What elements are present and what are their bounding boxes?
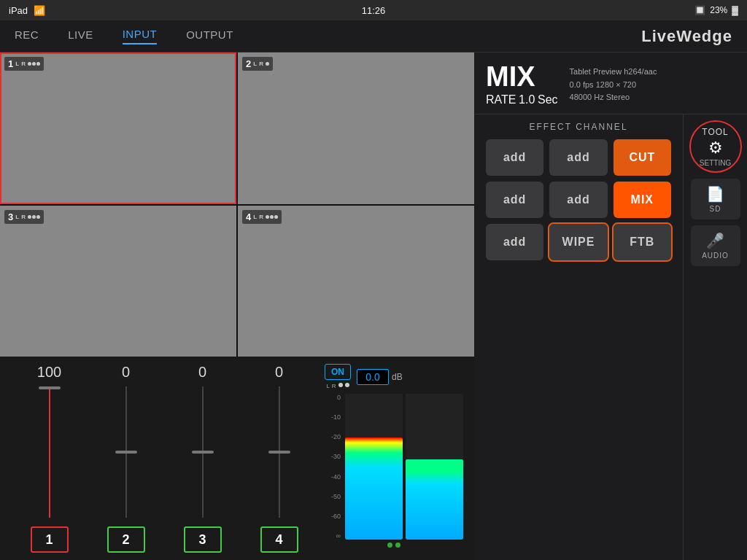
video-num-4: 4 [246,211,251,222]
mix-tech-info: Tablet Preview h264/aac 0.0 fps 1280 × 7… [570,66,657,104]
effect-btn-mix[interactable]: MIX [614,182,671,218]
tech-line3: 48000 Hz Stereo [570,91,657,104]
fader-track-2[interactable] [125,386,127,518]
fader-num-label-3: 3 [198,532,206,548]
fader-num-label-1: 1 [45,532,53,548]
mix-label-block: MIX RATE 1.0 Sec [486,63,558,106]
effect-btn-wipe[interactable]: WIPE [549,224,607,260]
on-button-area: ON L R [325,364,351,389]
battery-icon: ▓ [732,5,738,15]
effect-btn-add-3[interactable]: add [486,182,543,218]
video-cell-1[interactable]: 1 L R [0,52,236,204]
video-label-2: 2 L R [242,57,273,71]
effect-btn-add-2[interactable]: add [549,139,607,176]
effect-btn-ftb[interactable]: FTB [614,224,671,260]
setting-label: SETTING [700,159,731,167]
right-main: EFFECT CHANNEL add add CUT add add MIX a… [474,114,747,560]
fader-handle-2[interactable] [115,451,137,454]
db-value: 0.0 [357,369,389,385]
meter-dot-green-1 [387,542,392,548]
on-button[interactable]: ON [325,364,351,380]
fader-channel-4: 0 4 [241,364,317,553]
status-right: 🔲 23% ▓ [694,5,738,15]
sd-icon: 📄 [706,185,724,203]
tab-input[interactable]: INPUT [123,28,158,44]
status-time: 11:26 [362,5,386,16]
fader-channel-2: 0 2 [88,364,164,553]
video-cell-2[interactable]: 2 L R [238,52,474,204]
audio-button[interactable]: 🎤 AUDIO [691,225,740,266]
tech-line2: 0.0 fps 1280 × 720 [570,79,657,92]
lr-meter-labels: L R [326,383,349,389]
lr-dots-3 [28,215,40,219]
meter-bars-area: 0 -10 -20 -30 -40 -50 -60 ∞ [325,394,463,540]
meter-bar-2 [406,394,463,540]
effect-btn-add-4[interactable]: add [549,182,607,218]
sd-button[interactable]: 📄 SD [691,179,740,219]
mix-rate: RATE 1.0 Sec [486,93,558,106]
video-num-1: 1 [8,58,13,69]
lr-dot-l [338,383,343,387]
audio-meter-section: ON L R 0.0 dB [325,364,463,551]
effect-btn-add-5[interactable]: add [486,224,543,260]
fader-channel-3: 0 3 [164,364,241,553]
fader-value-2: 0 [122,364,130,381]
fader-track-4[interactable] [279,386,280,518]
bluetooth-icon: 🔲 [694,5,705,15]
left-panel: 1 L R 2 L R [0,52,474,560]
video-cell-3[interactable]: 3 L R [0,206,236,357]
meter-dot-green-2 [395,542,400,548]
tab-output[interactable]: OUTPUT [186,28,233,44]
fader-number-box-4[interactable]: 4 [260,526,298,553]
mix-title: MIX [486,63,558,90]
fader-track-1[interactable] [49,386,50,518]
fader-handle-4[interactable] [268,451,290,454]
video-label-1: 1 L R [4,57,44,71]
meter-fill-2 [406,459,463,540]
tech-line1: Tablet Preview h264/aac [570,66,657,79]
status-left: iPad 📶 [9,5,45,16]
gear-icon: ⚙ [708,139,723,158]
tool-setting-button[interactable]: TOOL ⚙ SETTING [689,120,742,173]
fader-handle-1[interactable] [39,386,61,389]
effect-title: EFFECT CHANNEL [486,122,671,132]
effect-btn-cut[interactable]: CUT [614,139,671,176]
video-num-2: 2 [246,58,251,69]
fader-channel-1: 100 1 [11,364,88,553]
main-content: 1 L R 2 L R [0,52,747,560]
effect-column: EFFECT CHANNEL add add CUT add add MIX a… [474,114,683,560]
rate-value: 1.0 [519,93,535,106]
video-label-3: 3 L R [4,210,44,224]
video-cell-4[interactable]: 4 L R [238,206,474,357]
db-unit: dB [392,372,403,382]
battery-level: 23% [710,5,727,15]
fader-number-box-1[interactable]: 1 [31,526,69,553]
meter-bar-1 [345,394,403,540]
fader-value-4: 0 [275,364,283,381]
fader-num-label-4: 4 [275,532,282,548]
mix-info: MIX RATE 1.0 Sec Tablet Preview h264/aac… [474,52,747,114]
rate-label: RATE [486,93,516,106]
tab-rec[interactable]: REC [15,28,39,44]
fader-panel: 100 1 0 2 0 [0,357,474,560]
effect-btn-add-1[interactable]: add [486,139,543,176]
app-title: LiveWedge [641,27,732,46]
meter-fill-1 [345,438,403,540]
fader-handle-3[interactable] [192,451,214,454]
nav-tabs: REC LIVE INPUT OUTPUT [15,28,233,44]
l-meter-label: L [326,383,329,389]
ipad-label: iPad [9,5,28,16]
lr-dots-4 [266,215,278,219]
video-num-3: 3 [8,211,13,222]
fader-number-box-2[interactable]: 2 [107,526,145,553]
r-meter-label: R [332,383,336,389]
lr-dots-2 [266,62,269,66]
tab-live[interactable]: LIVE [68,28,93,44]
rate-unit: Sec [538,93,558,106]
db-display-area: 0.0 dB [357,369,403,385]
fader-track-3[interactable] [202,386,204,518]
effect-grid: add add CUT add add MIX add WIPE FTB [486,139,671,260]
fader-number-box-3[interactable]: 3 [184,526,222,553]
meter-bottom-dots [325,542,463,551]
status-bar: iPad 📶 11:26 🔲 23% ▓ [0,0,747,20]
